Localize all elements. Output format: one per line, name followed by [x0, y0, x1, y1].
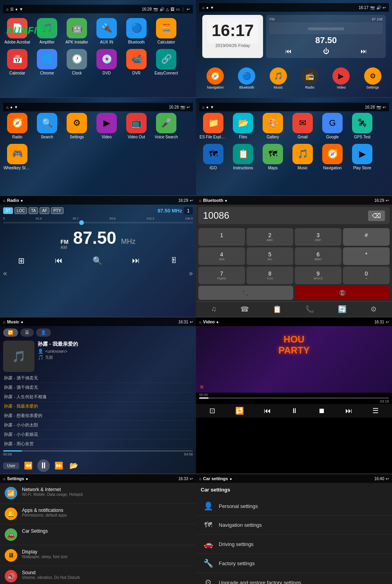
- music-item-3[interactable]: 孙露 - 我最亲爱的: [3, 402, 193, 411]
- dial-key-3[interactable]: 3DEF: [295, 228, 341, 246]
- user-label-btn[interactable]: User: [3, 462, 19, 469]
- video-playlist-btn[interactable]: ☰: [372, 406, 379, 415]
- video-prev-btn[interactable]: ⏮: [264, 407, 271, 415]
- video-progress[interactable]: [196, 397, 392, 399]
- dial-key-8[interactable]: 8TUV: [247, 267, 293, 284]
- setting-item-1[interactable]: 🔔 Apps & notifications Permissions, defa…: [0, 504, 196, 524]
- dial-key-4[interactable]: 4GHI: [198, 247, 245, 265]
- music-item-5[interactable]: 孙露 - 小小的太阳: [3, 421, 193, 430]
- back-icon-3[interactable]: ↩: [187, 105, 190, 109]
- car-setting-item-2[interactable]: 🚗 Driving settings: [196, 535, 392, 554]
- tag-af[interactable]: AF: [40, 207, 49, 214]
- tab-list[interactable]: ☰: [20, 328, 34, 337]
- dial-key-7[interactable]: 7PQRS: [198, 267, 245, 284]
- dial-key-5[interactable]: 5JKL: [247, 247, 293, 265]
- dial-key-*[interactable]: *: [343, 247, 390, 265]
- dock-item-video[interactable]: ▶ Video: [329, 67, 353, 89]
- back-bt[interactable]: ↩: [386, 198, 389, 203]
- music-item-2[interactable]: 孙露 - 人生何处不相逢: [3, 392, 193, 402]
- app-item-playstore[interactable]: ▶ Play Store: [348, 142, 376, 172]
- back-v[interactable]: ↩: [386, 320, 389, 324]
- dial-key-#[interactable]: #: [343, 228, 390, 246]
- car-setting-item-0[interactable]: 👤 Personal settings: [196, 497, 392, 516]
- pause-btn[interactable]: ⏸: [37, 459, 50, 472]
- app-item-clock[interactable]: 🕐 Clock: [63, 47, 91, 77]
- radio-eq-btn[interactable]: 🎚: [170, 256, 178, 265]
- music-item-7[interactable]: 孙露 - 用心良苦: [3, 439, 193, 449]
- bt-music-btn[interactable]: ♫: [211, 305, 217, 314]
- app-item-esfile[interactable]: 📁 ES File Explor...: [199, 111, 227, 141]
- app-item-voicesearch[interactable]: 🎤 Voice Search: [152, 111, 180, 141]
- radio-next[interactable]: ⏭: [358, 47, 369, 56]
- app-item-dvd[interactable]: 💿 DVD: [93, 47, 121, 77]
- app-item-bluetooth[interactable]: 🔵 Bluetooth: [122, 16, 151, 46]
- ff-btn[interactable]: ⏩: [53, 460, 65, 472]
- dial-key-6[interactable]: 6MNO: [295, 247, 341, 265]
- next-page-btn[interactable]: »: [189, 269, 193, 277]
- radio-search-btn[interactable]: 🔍: [93, 256, 102, 265]
- home-icon-bt[interactable]: ⌂: [199, 198, 201, 203]
- radio-prev[interactable]: ⏮: [283, 47, 294, 56]
- car-setting-item-4[interactable]: ⚙ Upgrade and restore factory settings: [196, 573, 392, 584]
- app-item-dvr[interactable]: 📹 DVR: [122, 47, 151, 77]
- app-item-music2[interactable]: 🎵 Music: [289, 142, 317, 172]
- app-item-radio[interactable]: 🧭 Radio: [3, 111, 31, 141]
- prev-page-btn[interactable]: «: [3, 269, 7, 277]
- home-icon[interactable]: ⌂: [6, 7, 9, 11]
- back-r[interactable]: ↩: [190, 198, 193, 203]
- app-item-files[interactable]: 📂 Files: [229, 111, 257, 141]
- bt-refresh-btn[interactable]: 🔄: [338, 305, 347, 314]
- app-item-calendar[interactable]: 📅 Calendar: [3, 47, 31, 77]
- bt-settings-btn[interactable]: ⚙: [370, 305, 377, 314]
- app-item-calculator[interactable]: 🧮 Calculator: [152, 16, 180, 46]
- tag-ta[interactable]: TA: [29, 207, 38, 214]
- home-icon-c[interactable]: ⌂: [199, 477, 201, 481]
- app-item-auxin[interactable]: 🔌 AUX IN: [93, 16, 121, 46]
- bt-call-btn[interactable]: 📞: [305, 305, 314, 314]
- dial-key-9[interactable]: 9WXYZ: [295, 267, 341, 284]
- car-setting-item-1[interactable]: 🗺 Navigation settings: [196, 516, 392, 535]
- video-loop-btn[interactable]: 🔁: [235, 406, 244, 415]
- app-item-gallery[interactable]: 🎨 Gallery: [259, 111, 287, 141]
- video-play-btn[interactable]: ⏸: [291, 407, 298, 415]
- bt-contacts-btn[interactable]: ☎: [240, 305, 249, 314]
- dock-item-settings[interactable]: ⚙ Settings: [361, 67, 385, 89]
- dock-item-music[interactable]: 🎵 Music: [267, 67, 290, 89]
- menu-icon[interactable]: ☰: [10, 7, 14, 11]
- freq-slider[interactable]: [3, 222, 193, 223]
- setting-item-3[interactable]: 🖥 Display Wallpaper, sleep, font size: [0, 545, 196, 566]
- home-icon-r[interactable]: ⌂: [3, 198, 5, 203]
- music-item-0[interactable]: 孙露 - 酒干倘卖无: [3, 374, 193, 383]
- app-item-instructions[interactable]: 📋 Instructions: [229, 142, 257, 172]
- home-icon-4[interactable]: ⌂: [202, 105, 205, 109]
- car-setting-item-3[interactable]: 🔧 Factory settings: [196, 554, 392, 573]
- app-item-search[interactable]: 🔍 Search: [33, 111, 61, 141]
- back-s[interactable]: ↩: [190, 477, 193, 481]
- tab-loop[interactable]: 🔁: [3, 328, 18, 337]
- bt-history-btn[interactable]: 📋: [273, 305, 281, 314]
- dock-item-bluetooth[interactable]: 🔵 Bluetooth: [235, 67, 258, 89]
- dial-call-btn[interactable]: 📞: [198, 286, 293, 300]
- video-stop-btn[interactable]: ⏹: [318, 407, 325, 415]
- dial-key-1[interactable]: 1: [198, 228, 245, 246]
- radio-ff-btn[interactable]: ⏭: [132, 256, 140, 265]
- app-item-gmail[interactable]: ✉ Gmail: [289, 111, 317, 141]
- setting-item-4[interactable]: 🔊 Sound Volume, vibration, Do Not Distur…: [0, 566, 196, 584]
- home-icon-s[interactable]: ⌂: [3, 477, 5, 481]
- tag-loc[interactable]: LOC: [15, 207, 27, 214]
- app-item-google[interactable]: G Google: [318, 111, 347, 141]
- back-icon-2[interactable]: ↩: [383, 5, 386, 10]
- dial-hang-btn[interactable]: 📵: [295, 286, 390, 300]
- back-icon-4[interactable]: ↩: [383, 105, 386, 109]
- setting-item-2[interactable]: 🚗 Car Settings: [0, 524, 196, 545]
- app-item-settings[interactable]: ⚙ Settings: [63, 111, 91, 141]
- tab-user[interactable]: 👤: [36, 328, 51, 337]
- video-thumbnail[interactable]: HOUPARTY 🔴: [196, 326, 392, 393]
- radio-rew-btn[interactable]: ⏮: [55, 256, 63, 265]
- rew-btn[interactable]: ⏪: [22, 460, 34, 472]
- music-item-1[interactable]: 孙露 - 酒干倘卖无: [3, 383, 193, 392]
- back-icon[interactable]: ↩: [187, 7, 190, 11]
- folder-btn[interactable]: 📂: [68, 460, 80, 472]
- app-item-video[interactable]: ▶ Video: [93, 111, 121, 141]
- music-progress-bar[interactable]: 00:06 04:56: [0, 449, 196, 458]
